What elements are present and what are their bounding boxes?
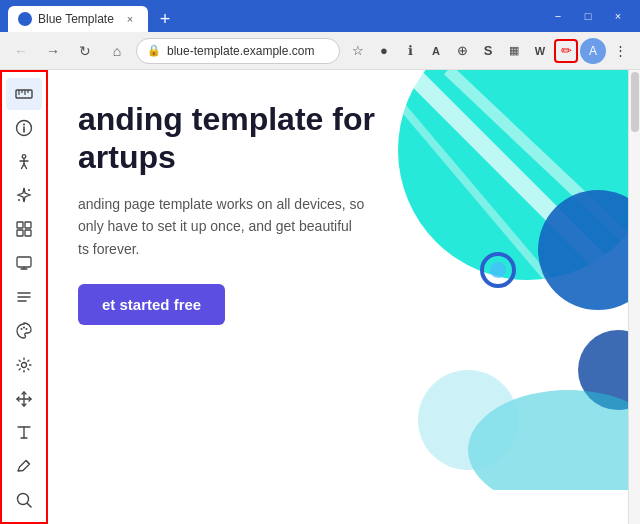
s-button[interactable]: S — [476, 39, 500, 63]
svg-rect-17 — [17, 230, 23, 236]
svg-point-28 — [21, 362, 26, 367]
palette-icon — [15, 322, 33, 340]
accessibility-icon — [15, 153, 33, 171]
minimize-button[interactable]: − — [544, 5, 572, 27]
menu-button[interactable]: ⋮ — [608, 39, 632, 63]
hero-desc-line3: ts forever. — [78, 241, 139, 257]
window-controls: − □ × — [544, 5, 632, 27]
nav-bar: ← → ↻ ⌂ 🔒 blue-template.example.com ☆ ● … — [0, 32, 640, 70]
hero-title: anding template for artups — [78, 100, 375, 177]
svg-point-44 — [578, 330, 628, 410]
svg-line-36 — [27, 504, 31, 508]
pencil-icon — [15, 457, 33, 475]
svg-point-46 — [418, 370, 518, 470]
zoom-icon — [15, 491, 33, 509]
home-icon: ⌂ — [113, 43, 121, 59]
svg-point-7 — [23, 123, 25, 125]
info-tool-button[interactable] — [6, 112, 42, 144]
browser-frame: Blue Template × + − □ × ← → ↻ ⌂ 🔒 blue-t… — [0, 0, 640, 524]
svg-point-27 — [25, 328, 27, 330]
tab-area: Blue Template × + — [8, 0, 538, 32]
grid-tool-button[interactable] — [6, 213, 42, 245]
svg-rect-19 — [17, 257, 31, 267]
sparkle-icon — [15, 186, 33, 204]
zoom-tool-button[interactable] — [6, 484, 42, 516]
svg-rect-15 — [17, 222, 23, 228]
text-tool-button[interactable] — [6, 416, 42, 448]
sidebar-toolbar — [0, 70, 48, 524]
hero-title-line1: anding template for — [78, 101, 375, 137]
star-button[interactable]: ☆ — [346, 39, 370, 63]
page-content: anding template for artups anding page t… — [48, 70, 628, 524]
profile-button[interactable]: A — [580, 38, 606, 64]
list-tool-button[interactable] — [6, 281, 42, 313]
maximize-button[interactable]: □ — [574, 5, 602, 27]
hero-desc-line1: anding page template works on all device… — [78, 196, 364, 212]
info-icon — [15, 119, 33, 137]
tab-close-button[interactable]: × — [122, 11, 138, 27]
scrollbar-thumb[interactable] — [631, 72, 639, 132]
list-icon — [15, 288, 33, 306]
profile-icon: A — [589, 44, 597, 58]
back-icon: ← — [14, 43, 28, 59]
svg-point-45 — [468, 390, 628, 490]
address-bar[interactable]: 🔒 blue-template.example.com — [136, 38, 340, 64]
hero-description: anding page template works on all device… — [78, 193, 375, 260]
home-button[interactable]: ⌂ — [104, 38, 130, 64]
text-icon — [15, 423, 33, 441]
device-tool-button[interactable] — [6, 247, 42, 279]
settings-tool-button[interactable] — [6, 349, 42, 381]
address-text: blue-template.example.com — [167, 44, 329, 58]
info-button[interactable]: ℹ — [398, 39, 422, 63]
scrollbar[interactable] — [628, 70, 640, 524]
circle-button[interactable]: ● — [372, 39, 396, 63]
cta-button[interactable]: et started free — [78, 284, 225, 325]
svg-line-38 — [408, 70, 628, 290]
svg-rect-16 — [25, 222, 31, 228]
tab-favicon — [18, 12, 32, 26]
new-tab-button[interactable]: + — [152, 6, 178, 32]
accessibility-tool-button[interactable] — [6, 146, 42, 178]
svg-point-43 — [538, 190, 628, 310]
palette-tool-button[interactable] — [6, 315, 42, 347]
nav-icons-group: ☆ ● ℹ A ⊕ S ▦ W ✏ A ⋮ — [346, 38, 632, 64]
hero-title-line2: artups — [78, 139, 176, 175]
svg-rect-0 — [16, 90, 32, 98]
title-bar: Blue Template × + − □ × — [0, 0, 640, 32]
text-button[interactable]: A — [424, 39, 448, 63]
device-icon — [15, 254, 33, 272]
forward-button[interactable]: → — [40, 38, 66, 64]
svg-point-25 — [20, 328, 22, 330]
svg-line-34 — [26, 461, 30, 465]
back-button[interactable]: ← — [8, 38, 34, 64]
hero-desc-line2: only have to set it up once, and get bea… — [78, 218, 352, 234]
effects-tool-button[interactable] — [6, 180, 42, 212]
edit-tool-button[interactable] — [6, 450, 42, 482]
move-tool-button[interactable] — [6, 383, 42, 415]
svg-rect-18 — [25, 230, 31, 236]
forward-icon: → — [46, 43, 60, 59]
ruler-tool-button[interactable] — [6, 78, 42, 110]
qr-button[interactable]: ▦ — [502, 39, 526, 63]
hero-section: anding template for artups anding page t… — [48, 70, 628, 524]
hero-text-block: anding template for artups anding page t… — [78, 100, 375, 325]
move-icon — [15, 390, 33, 408]
browser-button[interactable]: ⊕ — [450, 39, 474, 63]
svg-point-37 — [398, 70, 628, 280]
svg-line-12 — [24, 164, 27, 169]
reload-button[interactable]: ↻ — [72, 38, 98, 64]
gear-icon — [15, 356, 33, 374]
lock-icon: 🔒 — [147, 44, 161, 57]
svg-point-13 — [28, 189, 30, 191]
active-tab[interactable]: Blue Template × — [8, 6, 148, 32]
svg-line-40 — [388, 90, 608, 350]
svg-point-8 — [22, 154, 26, 158]
w-button[interactable]: W — [528, 39, 552, 63]
svg-point-26 — [23, 326, 25, 328]
pencil-button[interactable]: ✏ — [554, 39, 578, 63]
svg-line-39 — [448, 70, 628, 240]
main-area: anding template for artups anding page t… — [0, 70, 640, 524]
svg-point-14 — [18, 199, 20, 201]
close-button[interactable]: × — [604, 5, 632, 27]
svg-point-42 — [490, 262, 506, 278]
